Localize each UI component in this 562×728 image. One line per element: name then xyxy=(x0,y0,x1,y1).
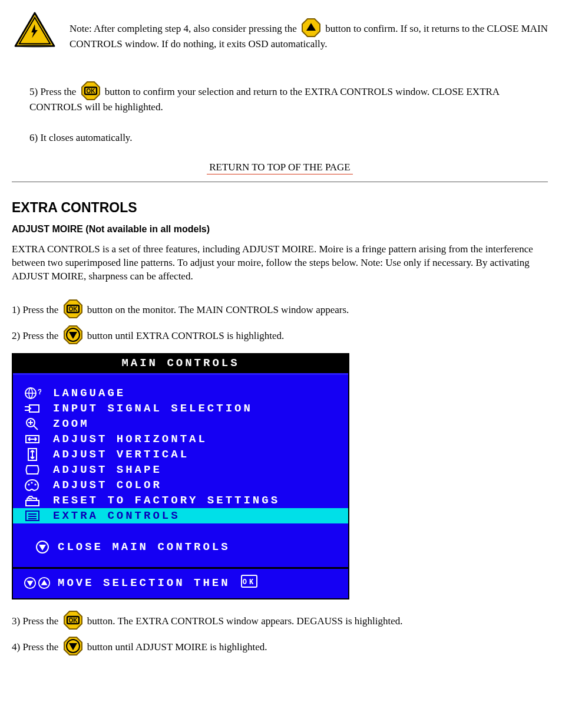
up-arrow-icon xyxy=(301,18,321,38)
svg-rect-26 xyxy=(26,500,39,506)
svg-point-2 xyxy=(19,44,53,48)
osd-item-extra-controls: EXTRA CONTROLS xyxy=(13,508,348,523)
horiz-icon xyxy=(21,432,44,446)
svg-line-18 xyxy=(34,426,38,430)
osd-close-row: CLOSE MAIN CONTROLS xyxy=(13,539,348,567)
osd-item-label: ADJUST VERTICAL xyxy=(53,448,189,461)
osd-main-controls: MAIN CONTROLS ?LANGUAGEINPUT SIGNAL SELE… xyxy=(12,353,349,599)
reset-icon xyxy=(21,493,44,508)
osd-item-adjust-shape: ADJUST SHAPE xyxy=(13,462,348,477)
osd-item-input-signal-selection: INPUT SIGNAL SELECTION xyxy=(13,401,348,416)
osd-item-label: EXTRA CONTROLS xyxy=(53,509,180,522)
up-chevron-icon xyxy=(38,577,51,589)
warning-triangle-icon xyxy=(12,12,58,48)
svg-text:?: ? xyxy=(38,388,41,397)
osd-item-adjust-color: ADJUST COLOR xyxy=(13,477,348,493)
osd-item-reset-to-factory-settings: RESET TO FACTORY SETTINGS xyxy=(13,493,348,508)
step-6: 6) It closes automatically. xyxy=(29,132,548,144)
section-divider xyxy=(12,182,548,182)
ok-icon: OK xyxy=(63,299,83,319)
zoom-icon xyxy=(21,417,44,431)
vert-icon xyxy=(21,447,44,462)
step-4: 4) Press the button until ADJUST MOIRE i… xyxy=(12,636,548,656)
svg-marker-32 xyxy=(39,545,46,551)
note-block: Note: After completing step 4, also cons… xyxy=(12,12,548,51)
osd-item-label: ADJUST SHAPE xyxy=(53,463,162,476)
osd-item-language: ?LANGUAGE xyxy=(13,386,348,401)
svg-text:OK: OK xyxy=(86,88,95,94)
osd-item-label: RESET TO FACTORY SETTINGS xyxy=(53,494,280,507)
return-to-top-link[interactable]: RETURN TO TOP OF THE PAGE xyxy=(12,162,548,173)
shape-icon xyxy=(21,463,44,477)
step-2: 2) Press the button until EXTRA CONTROLS… xyxy=(12,325,548,345)
osd-close-label: CLOSE MAIN CONTROLS xyxy=(58,541,230,554)
svg-point-23 xyxy=(28,483,29,485)
osd-item-zoom: ZOOM xyxy=(13,416,348,431)
svg-point-24 xyxy=(31,482,32,483)
osd-item-adjust-vertical: ADJUST VERTICAL xyxy=(13,447,348,462)
down-arrow-icon xyxy=(63,325,83,345)
svg-text:OK: OK xyxy=(68,306,78,312)
osd-item-label: ADJUST HORIZONTAL xyxy=(53,433,207,446)
input-icon xyxy=(21,401,44,416)
step-3: 3) Press the OK button. The EXTRA CONTRO… xyxy=(12,610,548,630)
extra-controls-heading: EXTRA CONTROLS xyxy=(12,200,548,216)
osd-item-adjust-horizontal: ADJUST HORIZONTAL xyxy=(13,431,348,447)
osd-title: MAIN CONTROLS xyxy=(13,354,348,373)
ok-icon: OK xyxy=(81,81,101,101)
globe-icon: ? xyxy=(21,386,44,400)
step5-text-a: 5) Press the xyxy=(29,86,79,97)
svg-marker-36 xyxy=(41,579,48,585)
svg-marker-34 xyxy=(27,581,34,586)
svg-point-25 xyxy=(34,483,36,485)
color-icon xyxy=(21,478,44,492)
svg-text:OK: OK xyxy=(242,578,255,587)
osd-item-label: ADJUST COLOR xyxy=(53,479,162,492)
adjust-moire-heading: ADJUST MOIRE (Not available in all model… xyxy=(12,224,548,235)
osd-item-label: LANGUAGE xyxy=(53,387,125,400)
down-arrow-icon xyxy=(63,636,83,656)
step-5: 5) Press the OK button to confirm your s… xyxy=(29,81,548,114)
osd-footer: MOVE SELECTION THEN OK xyxy=(13,567,348,598)
step-1: 1) Press the OK button on the monitor. T… xyxy=(12,299,548,319)
note-text-a: Note: After completing step 4, also cons… xyxy=(70,23,299,34)
moire-intro: EXTRA CONTROLS is a set of three feature… xyxy=(12,243,548,284)
osd-item-label: ZOOM xyxy=(53,417,90,430)
osd-item-label: INPUT SIGNAL SELECTION xyxy=(53,402,253,415)
ok-icon: OK xyxy=(63,610,83,630)
svg-text:OK: OK xyxy=(68,617,78,624)
down-chevron-icon xyxy=(35,540,49,554)
ok-box-icon: OK xyxy=(241,575,257,591)
list-icon xyxy=(21,509,44,523)
down-chevron-icon xyxy=(24,577,37,589)
osd-footer-label: MOVE SELECTION THEN xyxy=(58,577,230,589)
